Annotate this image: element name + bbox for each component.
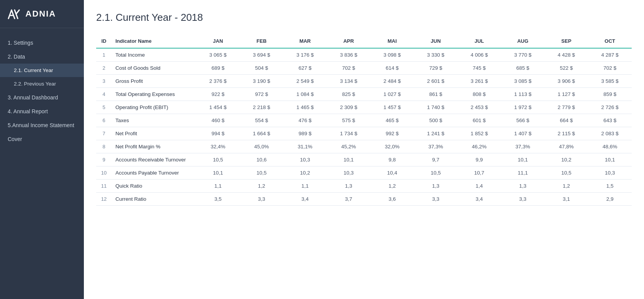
cell-jan: 3,5 [196,193,240,206]
cell-oct: 3 585 $ [588,75,632,88]
col-header-apr: APR [327,34,370,48]
cell-oct: 48,6% [588,140,632,153]
cell-sep: 10,2 [545,153,588,166]
cell-oct: 10,3 [588,166,632,180]
col-header-id: ID [96,34,112,48]
cell-jun: 500 $ [414,114,457,127]
cell-mai: 10,4 [370,166,414,180]
cell-jun: 861 $ [414,88,457,101]
cell-jan: 2 376 $ [196,75,240,88]
cell-oct: 1,5 [588,180,632,193]
cell-apr: 45,2% [327,140,370,153]
cell-jun: 1 740 $ [414,101,457,114]
sidebar-item-previous-year[interactable]: 2.2. Previous Year [0,77,84,91]
sidebar-item-current-year[interactable]: 2.1. Current Year [0,64,84,77]
cell-apr: 825 $ [327,88,370,101]
cell-mar: 10,3 [283,153,327,166]
cell-id: 7 [96,127,112,140]
cell-mai: 465 $ [370,114,414,127]
cell-feb: 1,2 [240,180,283,193]
cell-mai: 3 098 $ [370,48,414,62]
cell-id: 11 [96,180,112,193]
cell-oct: 702 $ [588,62,632,75]
cell-jul: 9,9 [457,153,501,166]
cell-mai: 992 $ [370,127,414,140]
cell-name: Net Profit [112,127,196,140]
cell-jul: 1 852 $ [457,127,501,140]
cell-id: 6 [96,114,112,127]
sidebar-item-annual-income[interactable]: 5.Annual Income Statement [0,118,84,132]
cell-aug: 3 770 $ [501,48,544,62]
cell-aug: 37,3% [501,140,544,153]
table-row: 5Operating Profit (EBIT)1 454 $2 218 $1 … [96,101,632,114]
cell-feb: 3 694 $ [240,48,283,62]
cell-aug: 1,3 [501,180,544,193]
cell-jul: 808 $ [457,88,501,101]
cell-mar: 2 549 $ [283,75,327,88]
cell-oct: 2 726 $ [588,101,632,114]
cell-jan: 994 $ [196,127,240,140]
cell-name: Net Profit Margin % [112,140,196,153]
cell-name: Cost of Goods Sold [112,62,196,75]
cell-oct: 643 $ [588,114,632,127]
cell-sep: 2 779 $ [545,101,588,114]
cell-apr: 1,3 [327,180,370,193]
cell-mai: 32,0% [370,140,414,153]
cell-mar: 1,1 [283,180,327,193]
col-header-jul: JUL [457,34,501,48]
cell-jan: 460 $ [196,114,240,127]
sidebar-item-data[interactable]: 2. Data [0,50,84,64]
cell-feb: 1 664 $ [240,127,283,140]
page-title: 2.1. Current Year - 2018 [96,12,632,24]
cell-mai: 2 484 $ [370,75,414,88]
logo-area: ADNIA [0,0,84,28]
cell-name: Operating Profit (EBIT) [112,101,196,114]
cell-id: 4 [96,88,112,101]
table-row: 11Quick Ratio1,11,21,11,31,21,31,41,31,2… [96,180,632,193]
cell-jul: 3,4 [457,193,501,206]
cell-id: 5 [96,101,112,114]
table-row: 7Net Profit994 $1 664 $989 $1 734 $992 $… [96,127,632,140]
cell-oct: 10,1 [588,153,632,166]
cell-aug: 3,3 [501,193,544,206]
sidebar-item-annual-dashboard[interactable]: 3. Annual Dashboard [0,91,84,104]
cell-mar: 10,2 [283,166,327,180]
cell-mai: 3,6 [370,193,414,206]
table-row: 2Cost of Goods Sold689 $504 $627 $702 $6… [96,62,632,75]
cell-jan: 3 065 $ [196,48,240,62]
cell-id: 12 [96,193,112,206]
cell-mai: 614 $ [370,62,414,75]
cell-jun: 2 601 $ [414,75,457,88]
cell-mai: 9,8 [370,153,414,166]
cell-mar: 1 465 $ [283,101,327,114]
cell-apr: 10,3 [327,166,370,180]
cell-oct: 2 083 $ [588,127,632,140]
cell-feb: 3,3 [240,193,283,206]
table-row: 3Gross Profit2 376 $3 190 $2 549 $3 134 … [96,75,632,88]
cell-aug: 11,1 [501,166,544,180]
table-body: 1Total Income3 065 $3 694 $3 176 $3 836 … [96,48,632,206]
cell-jan: 689 $ [196,62,240,75]
cell-sep: 664 $ [545,114,588,127]
cell-name: Total Income [112,48,196,62]
cell-apr: 3,7 [327,193,370,206]
cell-jun: 3,3 [414,193,457,206]
sidebar: ADNIA 1. Settings2. Data2.1. Current Yea… [0,0,84,299]
cell-jul: 46,2% [457,140,501,153]
sidebar-item-cover[interactable]: Cover [0,132,84,146]
cell-jun: 9,7 [414,153,457,166]
cell-jun: 10,5 [414,166,457,180]
col-header-jun: JUN [414,34,457,48]
cell-mar: 989 $ [283,127,327,140]
cell-id: 10 [96,166,112,180]
cell-name: Accounts Receivable Turnover [112,153,196,166]
cell-aug: 10,1 [501,153,544,166]
cell-name: Total Operating Expenses [112,88,196,101]
cell-id: 3 [96,75,112,88]
sidebar-item-annual-report[interactable]: 4. Annual Report [0,104,84,118]
cell-id: 2 [96,62,112,75]
cell-mai: 1 457 $ [370,101,414,114]
sidebar-item-settings[interactable]: 1. Settings [0,36,84,50]
table-row: 12Current Ratio3,53,33,43,73,63,33,43,33… [96,193,632,206]
cell-oct: 4 287 $ [588,48,632,62]
